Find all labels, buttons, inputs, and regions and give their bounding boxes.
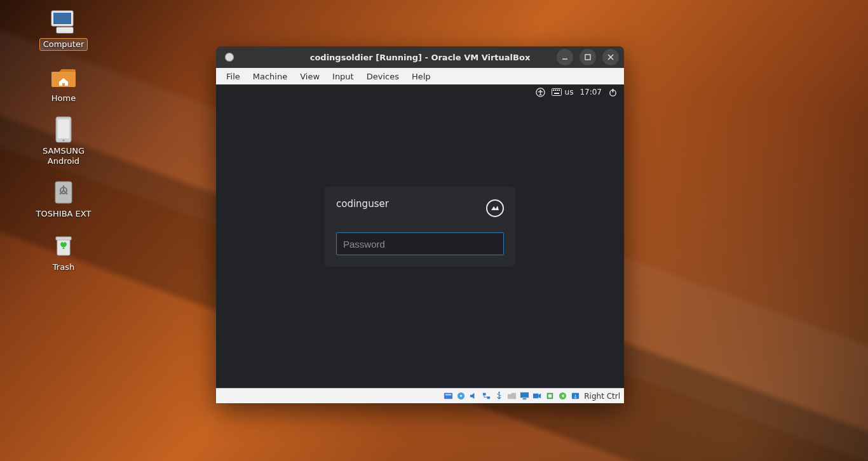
menu-input[interactable]: Input [326, 70, 360, 83]
svg-rect-2 [57, 27, 73, 33]
window-title: codingsoldier [Running] - Oracle VM Virt… [310, 53, 531, 62]
status-mouse-integration-icon[interactable] [557, 391, 567, 401]
login-username: codinguser [336, 198, 389, 210]
svg-rect-25 [557, 90, 558, 91]
virtualbox-statusbar: Right Ctrl [216, 388, 624, 403]
svg-point-21 [539, 90, 541, 91]
status-keyboard-capture-icon[interactable] [570, 391, 580, 401]
menu-file[interactable]: File [220, 70, 247, 83]
close-button[interactable] [602, 49, 619, 65]
trash-icon [49, 232, 78, 259]
svg-rect-17 [585, 55, 590, 60]
svg-rect-7 [58, 119, 69, 138]
external-drive-icon [49, 179, 78, 206]
status-usb-icon[interactable] [494, 391, 504, 401]
desktop-icon-trash[interactable]: Trash [49, 232, 78, 273]
accessibility-icon [536, 88, 545, 97]
svg-rect-9 [55, 182, 72, 203]
status-recording-icon[interactable] [532, 391, 542, 401]
accessibility-indicator[interactable] [536, 88, 545, 97]
svg-point-36 [498, 392, 499, 393]
desktop-icon-home[interactable]: Home [48, 63, 79, 104]
svg-rect-30 [444, 393, 452, 399]
window-app-icon [225, 53, 234, 62]
keyboard-layout-indicator[interactable]: us [552, 88, 574, 97]
menu-help[interactable]: Help [405, 70, 437, 83]
svg-point-33 [460, 395, 462, 397]
session-badge-icon [491, 204, 499, 213]
svg-rect-1 [53, 13, 71, 24]
virtualbox-window: codingsoldier [Running] - Oracle VM Virt… [216, 46, 624, 403]
svg-rect-26 [559, 90, 560, 91]
desktop-icon-label: Home [48, 93, 79, 104]
hostkey-label: Right Ctrl [583, 392, 620, 401]
maximize-icon [584, 53, 592, 61]
close-icon [607, 53, 614, 61]
login-card: codinguser [325, 187, 515, 267]
status-cpu-icon[interactable] [545, 391, 555, 401]
desktop-icon-computer[interactable]: Computer [39, 9, 88, 51]
svg-rect-24 [555, 90, 556, 91]
password-input[interactable] [336, 232, 504, 255]
keyboard-icon [552, 88, 562, 96]
svg-rect-27 [554, 93, 559, 94]
guest-vm-screen: us 17:07 codinguser [216, 84, 624, 388]
power-indicator[interactable] [608, 88, 618, 97]
desktop-icon-label: Computer [39, 38, 88, 51]
svg-point-8 [62, 140, 64, 142]
computer-icon [49, 9, 78, 36]
desktop-icons-column: Computer Home SAMSUNG Android [32, 9, 95, 273]
minimize-button[interactable] [557, 49, 573, 65]
desktop-icon-toshiba-ext[interactable]: TOSHIBA EXT [33, 179, 95, 220]
status-optical-icon[interactable] [456, 391, 466, 401]
maximize-button[interactable] [580, 49, 596, 65]
minimize-icon [561, 53, 569, 61]
guest-topbar: us 17:07 [216, 84, 624, 100]
window-controls [557, 49, 619, 65]
svg-rect-15 [56, 237, 71, 240]
status-audio-icon[interactable] [468, 391, 478, 401]
menu-machine[interactable]: Machine [247, 70, 294, 83]
menu-devices[interactable]: Devices [360, 70, 405, 83]
power-icon [608, 88, 618, 97]
keyboard-layout-text: us [565, 88, 574, 97]
status-shared-folder-icon[interactable] [506, 391, 517, 401]
host-desktop: Computer Home SAMSUNG Android [0, 0, 868, 461]
svg-rect-34 [483, 393, 486, 396]
svg-rect-39 [533, 394, 538, 399]
desktop-icon-label: Trash [50, 262, 78, 273]
virtualbox-menubar: File Machine View Input Devices Help [216, 68, 624, 84]
folder-home-icon [49, 63, 78, 90]
desktop-icon-samsung-android[interactable]: SAMSUNG Android [32, 116, 95, 166]
phone-icon [49, 116, 78, 143]
status-harddisk-icon[interactable] [443, 391, 453, 401]
svg-rect-37 [520, 392, 529, 398]
status-display-icon[interactable] [519, 391, 529, 401]
desktop-icon-label: SAMSUNG Android [32, 145, 95, 166]
session-select-button[interactable] [486, 199, 504, 217]
status-network-icon[interactable] [481, 391, 491, 401]
desktop-icon-label: TOSHIBA EXT [33, 208, 95, 220]
clock-text[interactable]: 17:07 [580, 88, 602, 97]
window-titlebar[interactable]: codingsoldier [Running] - Oracle VM Virt… [216, 46, 624, 68]
svg-rect-31 [445, 394, 451, 396]
menu-view[interactable]: View [294, 70, 326, 83]
svg-rect-41 [548, 394, 552, 398]
svg-rect-23 [553, 90, 554, 91]
svg-rect-38 [522, 398, 526, 399]
